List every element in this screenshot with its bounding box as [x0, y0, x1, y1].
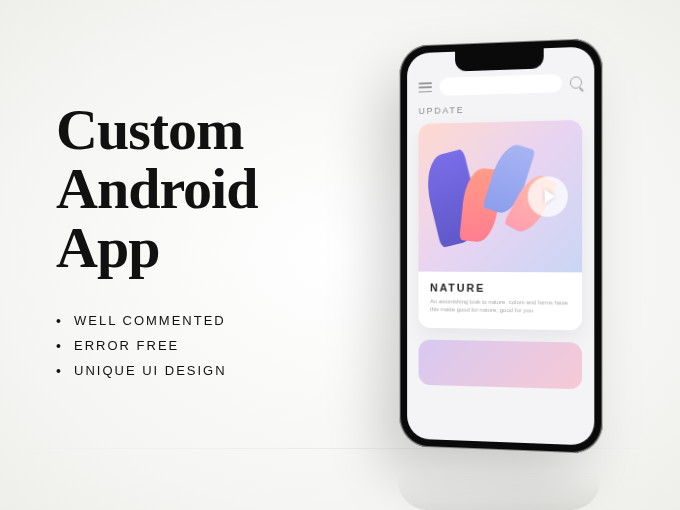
phone-mockup: UPDATE NATURE An astonishing look to nat…: [396, 42, 602, 450]
phone-reflection: [398, 450, 601, 510]
card-description: An astonishing look to nature, colors an…: [430, 297, 570, 315]
phone-frame: UPDATE NATURE An astonishing look to nat…: [400, 38, 603, 454]
bullet-item: ERROR FREE: [56, 338, 356, 353]
feature-card[interactable]: NATURE An astonishing look to nature, co…: [419, 120, 583, 330]
marketing-text-block: Custom Android App WELL COMMENTED ERROR …: [56, 100, 356, 388]
bullet-item: WELL COMMENTED: [56, 313, 356, 328]
headline: Custom Android App: [56, 100, 356, 277]
search-icon[interactable]: [570, 76, 582, 89]
headline-line-2: Android: [56, 156, 257, 221]
phone-screen: UPDATE NATURE An astonishing look to nat…: [407, 46, 594, 445]
feature-bullets: WELL COMMENTED ERROR FREE UNIQUE UI DESI…: [56, 313, 356, 378]
card-artwork: [419, 120, 583, 272]
headline-line-3: App: [56, 215, 159, 280]
card-body: NATURE An astonishing look to nature, co…: [419, 272, 583, 331]
hamburger-icon[interactable]: [419, 82, 432, 92]
headline-line-1: Custom: [56, 97, 243, 162]
search-input[interactable]: [440, 74, 562, 96]
phone-notch: [455, 48, 544, 71]
section-label: UPDATE: [419, 102, 583, 116]
card-title: NATURE: [430, 282, 570, 295]
play-icon[interactable]: [528, 176, 568, 217]
bullet-item: UNIQUE UI DESIGN: [56, 363, 356, 378]
app-topbar: [419, 73, 583, 96]
secondary-card[interactable]: [419, 339, 583, 389]
